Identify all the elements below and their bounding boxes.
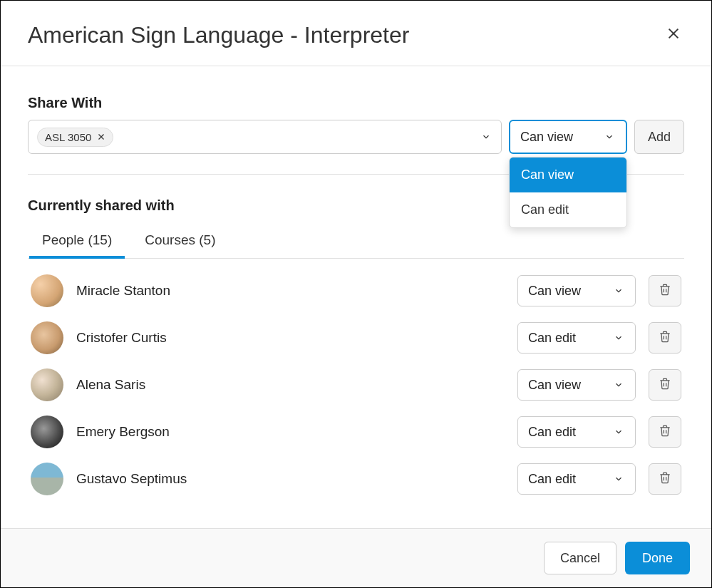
dialog-footer: Cancel Done (1, 528, 711, 587)
chevron-down-icon (612, 425, 625, 438)
person-name: Cristofer Curtis (76, 330, 505, 346)
person-name: Gustavo Septimus (76, 471, 505, 487)
row-permission-select[interactable]: Can edit (517, 416, 636, 448)
person-row: Emery Bergson Can edit (28, 408, 684, 455)
permission-selected-label: Can view (520, 130, 573, 145)
done-button[interactable]: Done (625, 542, 690, 574)
share-with-label: Share With (28, 95, 684, 111)
row-permission-label: Can view (528, 378, 581, 393)
row-permission-label: Can edit (528, 472, 576, 487)
avatar (31, 274, 63, 307)
person-name: Alena Saris (76, 377, 505, 393)
people-list: Miracle Stanton Can view Cristofer Curti… (28, 267, 684, 502)
dialog-title: American Sign Language - Interpreter (28, 22, 409, 48)
chip-remove-icon[interactable] (97, 131, 105, 143)
avatar (31, 463, 63, 495)
trash-icon (658, 282, 672, 299)
dropdown-option-can-view[interactable]: Can view (510, 158, 626, 192)
dropdown-option-can-edit[interactable]: Can edit (510, 192, 626, 227)
trash-icon (658, 329, 672, 346)
row-permission-select[interactable]: Can edit (517, 463, 636, 495)
chevron-down-icon (612, 331, 625, 344)
row-permission-select[interactable]: Can edit (517, 322, 636, 354)
row-permission-label: Can edit (528, 331, 576, 346)
person-name: Emery Bergson (76, 424, 505, 440)
chevron-down-icon[interactable] (480, 130, 492, 143)
chevron-down-icon (612, 378, 625, 391)
dialog-header: American Sign Language - Interpreter (1, 1, 711, 66)
person-row: Gustavo Septimus Can edit (28, 455, 684, 502)
share-chip: ASL 3050 (37, 128, 113, 147)
row-permission-select[interactable]: Can view (517, 275, 636, 306)
trash-icon (658, 376, 672, 393)
chevron-down-icon (612, 284, 625, 297)
person-row: Cristofer Curtis Can edit (28, 314, 684, 361)
tab-people[interactable]: People (15) (39, 225, 115, 258)
avatar (31, 321, 63, 354)
row-permission-label: Can view (528, 284, 581, 299)
tabs: People (15) Courses (5) (28, 225, 684, 259)
delete-button[interactable] (649, 416, 681, 448)
tab-courses[interactable]: Courses (5) (142, 225, 218, 258)
avatar (31, 368, 63, 401)
trash-icon (658, 470, 672, 488)
row-permission-select[interactable]: Can view (517, 369, 636, 401)
delete-button[interactable] (649, 463, 681, 495)
share-row: ASL 3050 Can view Can view Can edit Add (28, 120, 684, 154)
add-button[interactable]: Add (634, 120, 684, 154)
person-name: Miracle Stanton (76, 283, 505, 299)
delete-button[interactable] (649, 275, 681, 306)
trash-icon (658, 423, 672, 440)
delete-button[interactable] (649, 369, 681, 401)
share-with-input[interactable]: ASL 3050 (28, 120, 502, 154)
permission-select[interactable]: Can view Can view Can edit (509, 120, 627, 154)
person-row: Miracle Stanton Can view (28, 267, 684, 314)
chevron-down-icon (612, 473, 625, 485)
chevron-down-icon (603, 130, 616, 143)
delete-button[interactable] (649, 322, 681, 354)
dialog-content: Share With ASL 3050 Can view Can view Ca… (1, 66, 711, 528)
avatar (31, 416, 63, 448)
close-icon[interactable] (663, 23, 684, 48)
chip-label: ASL 3050 (45, 131, 91, 143)
row-permission-label: Can edit (528, 425, 576, 440)
permission-dropdown: Can view Can edit (509, 157, 627, 228)
cancel-button[interactable]: Cancel (544, 542, 616, 574)
person-row: Alena Saris Can view (28, 361, 684, 408)
